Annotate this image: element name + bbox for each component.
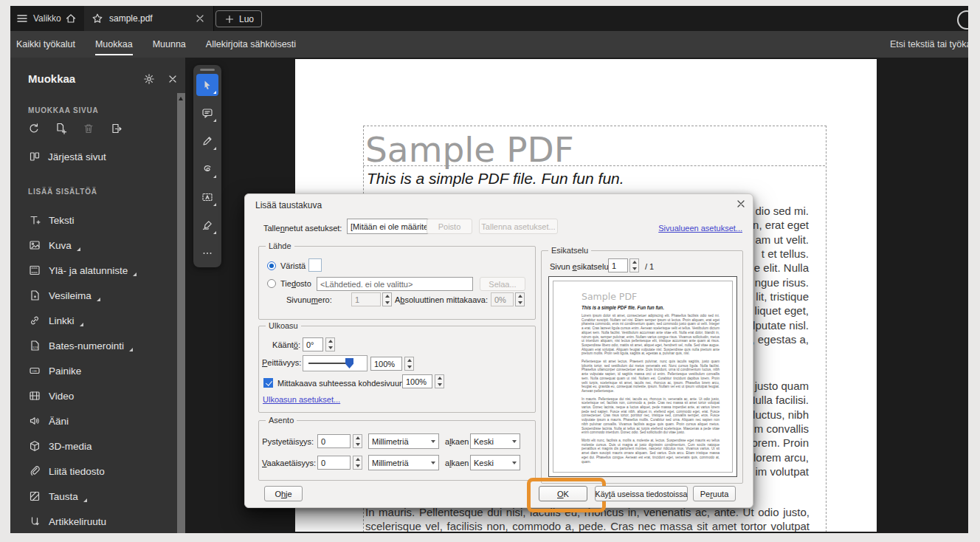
scale-relative-label: Mittakaava suhteessa kohdesivuun bbox=[277, 379, 404, 388]
extract-page-icon[interactable] bbox=[107, 120, 124, 137]
header-footer-icon bbox=[29, 264, 41, 276]
scroll-up-icon[interactable] bbox=[179, 97, 183, 100]
insert-page-icon[interactable] bbox=[52, 120, 69, 137]
cancel-button[interactable]: Peruuta bbox=[693, 486, 736, 501]
apply-multiple-files-button[interactable]: Käytä useissa tiedostoissa bbox=[595, 486, 688, 501]
sidebar-item[interactable]: 123 Bates-numerointi bbox=[10, 333, 177, 358]
sidebar-scrollbar[interactable] bbox=[177, 93, 185, 533]
sidebar-item[interactable]: Ääni bbox=[10, 408, 177, 433]
body-text-line: lputate nisl. bbox=[753, 320, 809, 331]
horizontal-anchor-select[interactable]: Keski bbox=[470, 455, 520, 470]
edit-sidebar: Muokkaa MUOKKAA SIVUA Järjestä sivut LIS… bbox=[10, 58, 185, 533]
menu-label: Valikko bbox=[33, 13, 61, 24]
menu-button[interactable]: Valikko bbox=[16, 10, 61, 27]
horizontal-unit-select[interactable]: Millimetriä bbox=[368, 455, 439, 470]
vertical-distance-stepper[interactable] bbox=[353, 434, 362, 448]
menubar-item[interactable]: Muokkaa bbox=[95, 31, 133, 58]
horizontal-distance-stepper[interactable] bbox=[353, 456, 362, 470]
horizontal-distance-field[interactable]: 0 bbox=[317, 456, 351, 470]
body-text-line: , egestas a, bbox=[751, 334, 809, 345]
scale-stepper[interactable] bbox=[435, 374, 444, 388]
page-number-field[interactable]: 1 bbox=[351, 292, 381, 306]
sidebar-item[interactable]: Kuva bbox=[10, 233, 177, 258]
slider-thumb[interactable] bbox=[345, 358, 353, 368]
menubar-item[interactable]: Allekirjoita sähköisesti bbox=[206, 31, 296, 58]
gear-icon[interactable] bbox=[143, 73, 155, 85]
vertical-distance-field[interactable]: 0 bbox=[317, 434, 351, 448]
page-number-stepper[interactable] bbox=[382, 292, 392, 306]
sidebar-item-label: Vesileima bbox=[49, 290, 92, 301]
absolute-scale-field[interactable]: 0% bbox=[491, 292, 514, 306]
color-swatch[interactable] bbox=[308, 258, 322, 272]
search-tools-label[interactable]: Etsi tekstiä tai työkaluja bbox=[890, 39, 968, 49]
profile-circle-icon[interactable] bbox=[957, 10, 968, 30]
rotation-stepper[interactable] bbox=[325, 337, 335, 351]
rail-tool-button[interactable] bbox=[196, 242, 218, 264]
body-text-line: justo quam bbox=[755, 380, 809, 391]
vertical-anchor-select[interactable]: Keski bbox=[470, 433, 520, 449]
opacity-field[interactable]: 100% bbox=[370, 357, 402, 371]
rotate-page-icon[interactable] bbox=[25, 120, 42, 137]
submenu-corner-icon bbox=[213, 91, 216, 94]
rotation-field[interactable]: 0° bbox=[303, 337, 323, 351]
sidebar-item[interactable]: Teksti bbox=[10, 207, 177, 233]
dialog-close-icon[interactable] bbox=[735, 198, 747, 210]
sidebar-item[interactable]: Linkki bbox=[10, 308, 177, 333]
top-bar: Valikko sample.pdf Luo bbox=[10, 6, 968, 31]
menubar-item[interactable]: Kaikki työkalut bbox=[16, 31, 75, 58]
scale-relative-checkbox[interactable] bbox=[263, 378, 273, 388]
organize-pages-icon bbox=[29, 151, 41, 162]
sidebar-item-label: Video bbox=[49, 391, 74, 402]
save-settings-button[interactable]: Tallenna asetukset... bbox=[479, 219, 558, 234]
body-text-line: In mauris. Pellentesque dui nisi, iaculi… bbox=[365, 507, 810, 518]
body-text-line: im volutpat bbox=[755, 466, 809, 477]
horizontal-distance-label: Vaakaetäisyys: bbox=[262, 459, 314, 467]
opacity-slider[interactable] bbox=[303, 355, 368, 371]
scale-field[interactable]: 100% bbox=[402, 374, 432, 388]
delete-page-icon[interactable] bbox=[80, 120, 97, 137]
home-button[interactable] bbox=[65, 10, 77, 27]
absolute-scale-stepper[interactable] bbox=[515, 292, 525, 306]
preview-page-stepper[interactable] bbox=[629, 258, 639, 272]
sidebar-item[interactable]: OK Painike bbox=[10, 358, 177, 383]
sidebar-close-icon[interactable] bbox=[167, 73, 179, 85]
browse-button[interactable]: Selaa... bbox=[480, 277, 525, 291]
sidebar-item[interactable]: Liitä tiedosto bbox=[10, 459, 177, 484]
sidebar-item[interactable]: Video bbox=[10, 383, 177, 408]
sidebar-item[interactable]: 3D-media bbox=[10, 433, 177, 459]
rail-tool-button[interactable] bbox=[196, 158, 218, 180]
body-text-line: scelerisque vel, facilisis non, commodo … bbox=[365, 521, 810, 532]
appearance-options-link[interactable]: Ulkoasun asetukset... bbox=[263, 395, 340, 404]
delete-settings-button[interactable]: Poisto bbox=[427, 219, 472, 234]
tab-close-icon[interactable] bbox=[194, 13, 206, 24]
menubar-item[interactable]: Muunna bbox=[153, 31, 186, 58]
document-tab[interactable]: sample.pdf bbox=[84, 6, 214, 31]
sidebar-item[interactable]: Tausta bbox=[10, 484, 177, 509]
rail-tool-button[interactable] bbox=[196, 186, 218, 208]
star-icon[interactable] bbox=[92, 13, 103, 24]
from-color-radio[interactable] bbox=[267, 261, 276, 270]
sidebar-item[interactable]: Ylä- ja alatunniste bbox=[10, 258, 177, 283]
file-radio[interactable] bbox=[267, 279, 276, 288]
opacity-stepper[interactable] bbox=[404, 357, 414, 371]
rail-tool-button[interactable] bbox=[196, 74, 218, 96]
body-text-line: liquet eget, bbox=[755, 305, 809, 316]
body-text-line: n, erat eget bbox=[753, 219, 809, 230]
vertical-unit-select[interactable]: Millimetriä bbox=[368, 433, 439, 449]
sidebar-items: Teksti Kuva Ylä- ja alatunniste bbox=[10, 207, 177, 533]
sidebar-item[interactable]: Vesileima bbox=[10, 283, 177, 308]
create-button[interactable]: Luo bbox=[215, 10, 262, 27]
rail-tool-button[interactable] bbox=[196, 102, 218, 124]
page-range-options-link[interactable]: Sivualueen asetukset... bbox=[658, 224, 742, 233]
ok-button[interactable]: OK bbox=[539, 486, 587, 501]
file-path-field[interactable]: <Lähdetied. ei ole valittu> bbox=[317, 277, 473, 291]
sidebar-item-organize-pages[interactable]: Järjestä sivut bbox=[29, 151, 106, 162]
sidebar-item[interactable]: Artikkeliruutu bbox=[10, 509, 177, 533]
preview-page-field[interactable]: 1 bbox=[608, 258, 628, 272]
rail-drag-handle[interactable] bbox=[200, 69, 215, 71]
help-button[interactable]: Ohje bbox=[264, 486, 303, 501]
horizontal-from-label: alkaen bbox=[445, 459, 469, 467]
rail-tool-button[interactable] bbox=[196, 130, 218, 152]
rail-tool-button[interactable] bbox=[196, 214, 218, 236]
body-text-line: e elit. Nulla bbox=[754, 262, 809, 273]
